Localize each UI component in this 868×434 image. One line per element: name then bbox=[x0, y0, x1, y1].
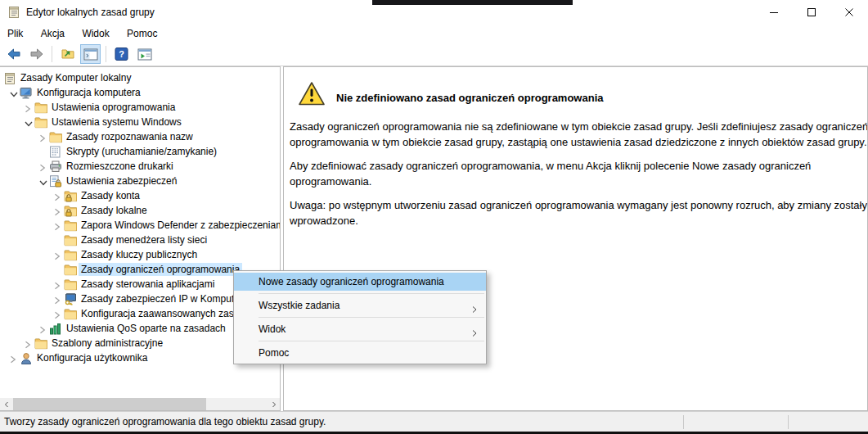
help-icon: ? bbox=[115, 47, 128, 61]
tree-item-label: Zapora Windows Defender z zabezpieczenia… bbox=[79, 219, 281, 232]
tree-item-label: Zasady konta bbox=[79, 189, 142, 202]
chevron-expanded-icon[interactable] bbox=[25, 119, 33, 130]
tree-item[interactable]: Zasady menedżera listy sieci bbox=[0, 233, 280, 248]
folder-icon bbox=[64, 249, 77, 264]
forward-icon bbox=[29, 47, 44, 61]
minimize-button[interactable] bbox=[755, 0, 793, 25]
submenu-arrow-icon bbox=[472, 325, 477, 343]
scroll-left-arrow-icon[interactable] bbox=[0, 398, 12, 410]
tree-item-label: Konfiguracja komputera bbox=[34, 86, 143, 99]
chevron-collapsed-icon[interactable] bbox=[10, 355, 16, 366]
details-pane-title: Nie zdefiniowano zasad ograniczeń oprogr… bbox=[336, 92, 604, 104]
show-action-pane-button[interactable] bbox=[134, 44, 155, 64]
folder-icon bbox=[64, 234, 77, 249]
export-list-button[interactable] bbox=[57, 44, 78, 64]
menu-separator bbox=[259, 317, 484, 318]
warning-icon bbox=[298, 81, 326, 110]
tree-item-label: Skrypty (uruchamianie/zamykanie) bbox=[64, 145, 219, 158]
paragraph: Aby zdefiniować zasady ograniczeń oprogr… bbox=[290, 158, 868, 189]
background-window-artifact bbox=[372, 0, 573, 5]
show-console-tree-button[interactable] bbox=[80, 44, 101, 64]
user-icon bbox=[20, 352, 33, 368]
menu-item-label: Widok bbox=[259, 323, 286, 335]
chevron-collapsed-icon[interactable] bbox=[39, 325, 46, 337]
menu-pomoc[interactable]: Pomoc bbox=[119, 25, 164, 43]
menu-separator bbox=[259, 341, 484, 341]
tree-item-label: Zasady zabezpieczeń IP w Komput bbox=[79, 292, 236, 305]
gpedit-app-icon bbox=[7, 6, 20, 22]
chevron-collapsed-icon[interactable] bbox=[39, 163, 46, 174]
chevron-expanded-icon[interactable] bbox=[39, 178, 47, 189]
tree-item[interactable]: Zasady rozpoznawania nazw bbox=[0, 130, 280, 145]
tree-item[interactable]: Zapora Windows Defender z zabezpieczenia… bbox=[0, 219, 280, 233]
tree-item[interactable]: Ustawienia zabezpieczeń bbox=[0, 174, 280, 189]
minimize-icon bbox=[770, 8, 778, 16]
status-text: Tworzy zasady ograniczeń oprogramowania … bbox=[4, 416, 326, 427]
tree-item[interactable]: Ustawienia oprogramowania bbox=[0, 101, 280, 115]
tree-item[interactable]: Zasady Komputer lokalny bbox=[0, 71, 280, 86]
svg-text:?: ? bbox=[119, 49, 124, 59]
back-button[interactable] bbox=[3, 44, 24, 64]
context-menu-item-new-software-restriction-policies[interactable]: Nowe zasady ograniczeń oprogramowania bbox=[234, 273, 486, 291]
chevron-collapsed-icon[interactable] bbox=[39, 133, 46, 145]
tree-item[interactable]: Konfiguracja komputera bbox=[0, 86, 280, 101]
menu-plik[interactable]: Plik bbox=[0, 25, 30, 43]
folder-icon bbox=[34, 102, 47, 116]
show-console-tree-icon bbox=[83, 48, 98, 61]
tree-item[interactable]: Zasady lokalne bbox=[0, 204, 280, 219]
context-menu-item-help[interactable]: Pomoc bbox=[234, 344, 486, 362]
tree-item[interactable]: Zasady kluczy publicznych bbox=[0, 248, 280, 263]
tree-item-label: Zasady rozpoznawania nazw bbox=[64, 130, 196, 143]
chevron-collapsed-icon[interactable] bbox=[54, 310, 61, 322]
tree-item[interactable]: Zasady konta bbox=[0, 189, 280, 204]
menu-akcja[interactable]: Akcja bbox=[34, 25, 72, 43]
chevron-collapsed-icon[interactable] bbox=[25, 340, 31, 351]
tree-item-label: Konfiguracja użytkownika bbox=[34, 351, 150, 364]
scroll-right-arrow-icon[interactable] bbox=[268, 398, 280, 410]
window-title: Edytor lokalnych zasad grupy bbox=[26, 7, 155, 18]
script-icon bbox=[49, 146, 61, 160]
printer-icon bbox=[49, 160, 62, 175]
chevron-collapsed-icon[interactable] bbox=[54, 281, 61, 292]
menu-item-label: Wszystkie zadania bbox=[259, 300, 340, 311]
tree-item[interactable]: Ustawienia systemu Windows bbox=[0, 115, 280, 130]
status-bar: Tworzy zasady ograniczeń oprogramowania … bbox=[0, 411, 868, 432]
context-menu-item-view[interactable]: Widok bbox=[234, 320, 486, 338]
horizontal-scrollbar[interactable] bbox=[0, 398, 280, 410]
tree-item-label: Zasady kluczy publicznych bbox=[79, 248, 200, 261]
folder-icon bbox=[64, 278, 77, 293]
tree-item-label: Zasady sterowania aplikacjami bbox=[79, 278, 217, 291]
help-button[interactable]: ? bbox=[111, 44, 132, 64]
tree-item[interactable]: Rozmieszczone drukarki bbox=[0, 160, 280, 174]
statusbar-divider bbox=[788, 415, 789, 429]
tree-item-label: Konfiguracja zaawansowanych zas bbox=[79, 307, 236, 320]
paragraph: Uwaga: po wstępnym utworzeniu zasad ogra… bbox=[290, 197, 868, 228]
scrollbar-thumb[interactable] bbox=[13, 398, 206, 410]
forward-button[interactable] bbox=[26, 44, 47, 64]
toolbar-separator bbox=[106, 46, 106, 62]
chevron-collapsed-icon[interactable] bbox=[54, 207, 61, 219]
statusbar-divider bbox=[683, 415, 684, 429]
chevron-collapsed-icon[interactable] bbox=[54, 192, 61, 204]
menu-widok[interactable]: Widok bbox=[74, 25, 116, 43]
maximize-button[interactable] bbox=[793, 0, 830, 25]
tree-item-label: Rozmieszczone drukarki bbox=[64, 160, 176, 173]
chevron-collapsed-icon[interactable] bbox=[54, 222, 61, 233]
tree-item[interactable]: Skrypty (uruchamianie/zamykanie) bbox=[0, 145, 280, 160]
folder-icon bbox=[34, 337, 47, 352]
context-menu-item-all-tasks[interactable]: Wszystkie zadania bbox=[234, 296, 486, 314]
folder-lock-icon bbox=[64, 205, 77, 219]
details-pane-text: Zasady ograniczeń oprogramowania nie są … bbox=[290, 119, 868, 237]
chevron-collapsed-icon[interactable] bbox=[25, 104, 31, 115]
tree-item-label: Ustawienia QoS oparte na zasadach bbox=[64, 322, 228, 335]
close-button[interactable] bbox=[830, 0, 868, 25]
close-icon bbox=[845, 8, 853, 16]
menu-item-label: Nowe zasady ograniczeń oprogramowania bbox=[259, 276, 444, 287]
chevron-collapsed-icon[interactable] bbox=[54, 251, 61, 263]
security-settings-icon bbox=[49, 175, 62, 190]
chevron-expanded-icon[interactable] bbox=[10, 89, 18, 101]
paragraph: Zasady ograniczeń oprogramowania nie są … bbox=[290, 119, 868, 150]
chevron-collapsed-icon[interactable] bbox=[54, 296, 61, 307]
folder-lock-icon bbox=[64, 190, 77, 205]
folder-icon bbox=[64, 264, 77, 278]
